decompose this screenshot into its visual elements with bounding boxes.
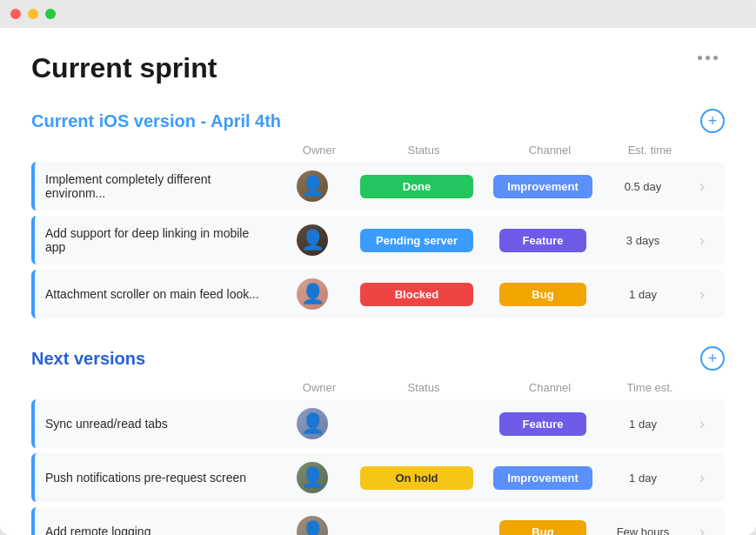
ios-section: Current iOS version - April 4th + Owner … [31, 109, 725, 318]
task-label: Attachment scroller on main feed look... [35, 287, 278, 301]
avatar [297, 224, 328, 256]
row-action-button[interactable]: › [686, 469, 718, 487]
avatar-face [297, 516, 328, 535]
time-cell: 3 days [599, 234, 686, 247]
owner-avatar [278, 516, 347, 535]
ios-table-header: Owner Status Channel Est. time [31, 144, 725, 162]
table-row: Attachment scroller on main feed look...… [31, 270, 725, 318]
channel-cell: Bug [486, 283, 599, 306]
table-row: Implement completely different environm.… [31, 162, 725, 211]
channel-cell: Feature [486, 229, 599, 252]
time-cell: 1 day [599, 288, 686, 301]
status-cell [347, 526, 486, 535]
status-cell: Blocked [347, 283, 486, 306]
channel-cell: Bug [486, 520, 599, 536]
col-channel-header: Channel [493, 144, 606, 157]
col-action-header [693, 381, 725, 394]
status-cell: Pending server [347, 229, 486, 252]
page-header: Current sprint [31, 52, 725, 84]
avatar [297, 408, 328, 439]
row-action-button[interactable]: › [686, 523, 718, 536]
minimize-button[interactable] [28, 9, 38, 19]
table-row: Push notifications pre-request screen On… [31, 453, 725, 502]
row-action-button[interactable]: › [686, 231, 718, 250]
status-cell: On hold [347, 466, 486, 490]
status-badge [360, 526, 473, 535]
table-row: Add support for deep linking in mobile a… [31, 216, 725, 264]
next-section: Next versions + Owner Status Channel Tim… [31, 346, 725, 535]
dot1 [698, 56, 702, 60]
channel-badge[interactable]: Improvement [493, 175, 592, 198]
status-cell: Done [347, 175, 486, 198]
channel-badge[interactable]: Bug [499, 520, 586, 536]
dot3 [713, 56, 718, 60]
avatar-face [297, 408, 328, 439]
channel-badge[interactable]: Feature [499, 412, 586, 436]
time-cell: 0.5 day [599, 180, 686, 193]
owner-avatar [278, 224, 347, 256]
time-cell: Few hours [599, 525, 686, 536]
owner-avatar [278, 278, 347, 310]
avatar-face [297, 224, 328, 256]
time-cell: 1 day [599, 418, 686, 431]
col-status-header: Status [354, 381, 493, 394]
ios-section-title: Current iOS version - April 4th [31, 111, 693, 131]
next-add-button[interactable]: + [700, 346, 725, 371]
owner-avatar [278, 408, 347, 439]
next-table-header: Owner Status Channel Time est. [31, 381, 725, 399]
col-action-header [693, 144, 725, 157]
status-badge[interactable]: Pending server [360, 229, 473, 252]
owner-avatar [278, 462, 347, 493]
time-cell: 1 day [599, 471, 686, 485]
maximize-button[interactable] [45, 9, 56, 19]
ios-section-header: Current iOS version - April 4th + [31, 109, 725, 133]
avatar-face [297, 462, 328, 493]
task-label: Add remote logging [35, 525, 278, 535]
col-task-header [42, 381, 284, 394]
close-button[interactable] [10, 9, 21, 19]
status-badge [360, 418, 473, 429]
status-cell [347, 418, 486, 429]
col-task-header [42, 144, 284, 157]
col-time-header: Time est. [606, 381, 693, 394]
channel-badge[interactable]: Improvement [493, 466, 592, 490]
status-badge[interactable]: Blocked [360, 283, 473, 306]
next-section-title: Next versions [31, 349, 693, 369]
row-action-button[interactable]: › [686, 285, 718, 304]
col-status-header: Status [354, 144, 493, 157]
avatar-face [297, 171, 328, 202]
title-bar [0, 0, 756, 28]
more-options-button[interactable] [691, 52, 725, 64]
page-title: Current sprint [31, 52, 217, 84]
avatar [297, 278, 328, 310]
avatar-face [297, 278, 328, 310]
channel-cell: Improvement [486, 175, 599, 198]
col-owner-header: Owner [284, 381, 354, 394]
app-window: Current sprint Current iOS version - Apr… [0, 0, 756, 535]
status-badge[interactable]: On hold [360, 466, 473, 490]
avatar [297, 462, 328, 493]
col-channel-header: Channel [493, 381, 606, 394]
col-time-header: Est. time [606, 144, 693, 157]
avatar [297, 171, 328, 202]
channel-cell: Improvement [486, 466, 599, 490]
table-row: Add remote logging Bug Few hours › [31, 507, 725, 535]
status-badge[interactable]: Done [360, 175, 473, 198]
avatar [297, 516, 328, 535]
channel-badge[interactable]: Bug [499, 283, 586, 306]
task-label: Push notifications pre-request screen [35, 471, 278, 485]
main-content: Current sprint Current iOS version - Apr… [0, 28, 756, 535]
owner-avatar [278, 171, 347, 202]
table-row: Sync unread/read tabs Feature 1 day › [31, 399, 725, 448]
dot2 [706, 56, 710, 60]
channel-badge[interactable]: Feature [499, 229, 586, 252]
row-action-button[interactable]: › [686, 415, 718, 433]
task-label: Sync unread/read tabs [35, 417, 278, 431]
ios-add-button[interactable]: + [700, 109, 725, 133]
col-owner-header: Owner [284, 144, 354, 157]
next-section-header: Next versions + [31, 346, 725, 371]
task-label: Add support for deep linking in mobile a… [35, 226, 278, 254]
channel-cell: Feature [486, 412, 599, 436]
task-label: Implement completely different environm.… [35, 172, 278, 200]
row-action-button[interactable]: › [686, 177, 718, 196]
